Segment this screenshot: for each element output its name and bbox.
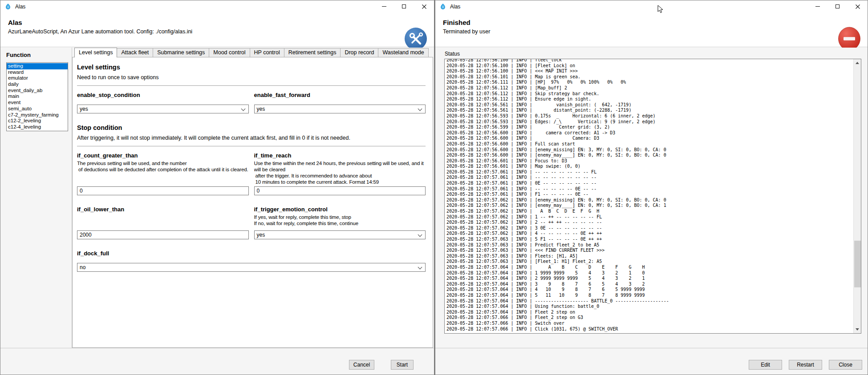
chevron-down-icon <box>241 107 245 111</box>
sidebar-item[interactable]: event <box>7 100 68 106</box>
sidebar-item[interactable]: main <box>7 93 68 100</box>
titlebar[interactable]: Alas <box>435 0 868 12</box>
selected-value: yes <box>80 106 88 112</box>
log-scrollbar[interactable] <box>853 59 861 333</box>
field-if-count-greater-than: if_count_greater_than The previous setti… <box>77 152 249 195</box>
minimize-button[interactable] <box>807 0 827 12</box>
close-button[interactable] <box>848 0 868 12</box>
if-time-reach-input[interactable] <box>254 186 426 195</box>
selected-value: yes <box>257 106 265 112</box>
enable-fast-forward-select[interactable]: yes <box>254 105 426 113</box>
maximize-button[interactable] <box>827 0 848 12</box>
tab[interactable]: Mood control <box>209 48 250 57</box>
field-description: Use the time within the next 24 hours, t… <box>254 160 426 186</box>
minimize-icon <box>815 6 820 7</box>
tab[interactable]: HP control <box>250 48 284 57</box>
section-description: After triggering, it will not stop immed… <box>77 135 426 141</box>
tab[interactable]: Level settings <box>74 48 117 57</box>
app-subtitle: AzurLaneAutoScript, An Azur Lane automat… <box>8 28 434 35</box>
arrow-down-icon <box>856 328 859 331</box>
field-description: The previous setting will be used, and t… <box>77 160 249 186</box>
run-header: Finished Terminated by user <box>435 12 868 47</box>
divider <box>77 146 426 146</box>
titlebar[interactable]: Alas <box>0 0 434 12</box>
app-title: Alas <box>8 19 434 26</box>
alas-logo-icon <box>4 3 12 10</box>
arrow-up-icon <box>856 62 859 64</box>
if-count-greater-than-input[interactable] <box>77 186 249 195</box>
field-if-time-reach: if_time_reach Use the time within the ne… <box>254 152 426 195</box>
maximize-icon <box>836 4 840 8</box>
sidebar-item[interactable]: setting <box>7 63 68 69</box>
function-sidebar: Function settingrewardemulatordailyevent… <box>0 48 72 348</box>
chevron-down-icon <box>418 265 422 270</box>
field-label: if_dock_full <box>77 250 426 257</box>
selected-value: no <box>80 264 85 270</box>
start-button[interactable]: Start <box>391 360 414 370</box>
left-footer: Cancel Start <box>0 348 434 375</box>
level-settings-panel: Level settings Need to run once to save … <box>72 57 433 348</box>
tab[interactable]: Attack fleet <box>117 48 153 57</box>
mouse-cursor <box>657 5 663 13</box>
close-icon <box>422 4 426 9</box>
field-label: enable_stop_condition <box>77 92 249 98</box>
sidebar-item[interactable]: daily <box>7 81 68 88</box>
scroll-down-button[interactable] <box>854 326 861 333</box>
divider <box>77 85 426 86</box>
edit-button[interactable]: Edit <box>749 360 782 370</box>
window-title: Alas <box>450 4 460 10</box>
minimize-icon <box>382 6 386 7</box>
sidebar-item[interactable]: c12-2_leveling <box>7 118 68 124</box>
selected-value: yes <box>257 232 265 238</box>
field-if-oil-lower-than: if_oil_lower_than <box>77 206 249 239</box>
section-heading: Stop condition <box>77 124 426 131</box>
sidebar-item[interactable]: reward <box>7 69 68 76</box>
if-dock-full-select[interactable]: no <box>77 263 426 272</box>
sidebar-item[interactable]: emulator <box>7 75 68 81</box>
enable-stop-condition-select[interactable]: yes <box>77 105 249 113</box>
tab[interactable]: Drop record <box>341 48 378 57</box>
chevron-down-icon <box>418 107 422 111</box>
minimize-button[interactable] <box>374 0 394 12</box>
scroll-up-button[interactable] <box>854 59 861 67</box>
alas-config-window: Alas Alas AzurLaneAutoScript, An Azur La… <box>0 0 434 375</box>
window-title: Alas <box>15 4 25 10</box>
panel-subheading: Need to run once to save options <box>77 74 426 81</box>
close-run-button[interactable]: Close <box>829 360 862 370</box>
tab[interactable]: Submarine settings <box>153 48 209 57</box>
run-status-subtitle: Terminated by user <box>443 28 868 35</box>
field-enable-fast-forward: enable_fast_forward yes <box>254 92 426 113</box>
settings-notebook: Level settingsAttack fleetSubmarine sett… <box>72 48 433 348</box>
function-listbox[interactable]: settingrewardemulatordailyevent_daily_ab… <box>6 62 68 131</box>
chevron-down-icon <box>418 233 422 237</box>
app-header: Alas AzurLaneAutoScript, An Azur Lane au… <box>0 12 434 47</box>
status-label: Status <box>445 51 460 57</box>
field-label: enable_fast_forward <box>254 92 426 98</box>
field-label: if_trigger_emotion_control <box>254 206 426 213</box>
field-enable-stop-condition: enable_stop_condition yes <box>77 92 249 113</box>
run-status-title: Finished <box>443 19 868 26</box>
field-label: if_count_greater_than <box>77 152 249 159</box>
tab[interactable]: Retirement settings <box>284 48 341 57</box>
scrollbar-thumb[interactable] <box>854 241 861 287</box>
maximize-icon <box>402 4 406 8</box>
sidebar-item[interactable]: event_daily_ab <box>7 88 68 94</box>
maximize-button[interactable] <box>394 0 414 12</box>
field-description: If yes, wait for reply, complete this ti… <box>254 214 426 230</box>
close-button[interactable] <box>414 0 434 12</box>
alas-logo-icon <box>439 3 446 10</box>
panel-heading: Level settings <box>77 64 426 71</box>
restart-button[interactable]: Restart <box>789 360 822 370</box>
log-box[interactable]: 2020-05-28 12:07:56.100 | INFO | fleet_l… <box>444 59 861 334</box>
function-label: Function <box>6 52 72 58</box>
tab[interactable]: Wasteland mode <box>378 48 428 57</box>
sidebar-item[interactable]: semi_auto <box>7 106 68 112</box>
if-oil-lower-than-input[interactable] <box>77 230 249 239</box>
config-body: Function settingrewardemulatordailyevent… <box>0 48 434 375</box>
if-trigger-emotion-control-select[interactable]: yes <box>254 230 426 239</box>
right-footer: Edit Restart Close <box>435 348 868 375</box>
cancel-button[interactable]: Cancel <box>349 360 374 370</box>
sidebar-item[interactable]: c7-2_mystery_farming <box>7 112 68 118</box>
sidebar-item[interactable]: c12-4_leveling <box>7 124 68 130</box>
tab-strip: Level settingsAttack fleetSubmarine sett… <box>72 48 433 57</box>
